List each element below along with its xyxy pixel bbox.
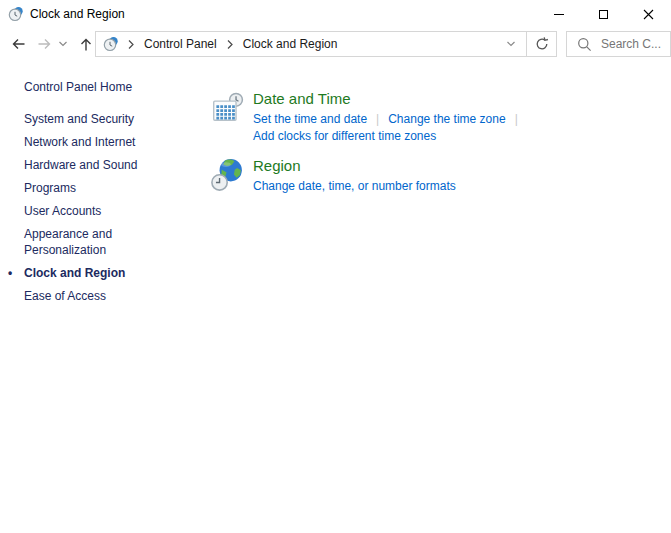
set-time-and-date-link[interactable]: Set the time and date [253, 112, 367, 126]
control-panel-window: { "window": { "title": "Clock and Region… [0, 0, 671, 533]
section-body: Region Change date, time, or number form… [253, 157, 456, 195]
chevron-down-icon [58, 40, 68, 48]
close-icon [643, 9, 654, 20]
breadcrumb-item-control-panel[interactable]: Control Panel [139, 37, 222, 51]
section-region: Region Change date, time, or number form… [210, 157, 527, 195]
title-bar: Clock and Region [0, 0, 671, 28]
section-body: Date and Time Set the time and date|Chan… [253, 90, 527, 145]
section-date-and-time: Date and Time Set the time and date|Chan… [210, 90, 527, 145]
search-icon [577, 37, 592, 52]
chevron-down-icon [506, 40, 516, 48]
back-button[interactable] [6, 32, 30, 56]
change-formats-link[interactable]: Change date, time, or number formats [253, 179, 456, 193]
sidebar-item-control-panel-home[interactable]: Control Panel Home [24, 80, 174, 94]
sidebar-item-programs[interactable]: Programs [24, 180, 166, 196]
sidebar-item-clock-and-region[interactable]: •Clock and Region [24, 265, 166, 281]
content-area: Control Panel Home System and Security N… [0, 60, 671, 311]
window-title: Clock and Region [30, 7, 536, 21]
breadcrumb-chevron-icon[interactable] [123, 39, 139, 50]
back-arrow-icon [10, 36, 27, 52]
navigation-bar: Control Panel Clock and Region [0, 28, 671, 60]
refresh-icon [534, 36, 550, 52]
sidebar-item-appearance-and-personalization[interactable]: Appearance and Personalization [24, 226, 166, 258]
minimize-button[interactable] [536, 0, 581, 28]
refresh-button[interactable] [526, 32, 556, 56]
clock-globe-icon[interactable] [103, 36, 119, 52]
active-bullet-icon: • [8, 265, 12, 281]
sidebar-item-label: Clock and Region [24, 266, 125, 280]
sidebar-item-hardware-and-sound[interactable]: Hardware and Sound [24, 157, 166, 173]
minimize-icon [554, 14, 564, 15]
breadcrumb-item-clock-and-region[interactable]: Clock and Region [238, 37, 343, 51]
change-time-zone-link[interactable]: Change the time zone [388, 112, 505, 126]
sidebar-item-network-and-internet[interactable]: Network and Internet [24, 134, 166, 150]
breadcrumb-chevron-icon[interactable] [222, 39, 238, 50]
clock-globe-icon[interactable] [8, 6, 24, 22]
region-title-link[interactable]: Region [253, 157, 456, 174]
calendar-clock-icon [210, 91, 244, 125]
task-links-row: Change date, time, or number formats [253, 178, 456, 195]
link-separator: | [376, 112, 379, 126]
sidebar-item-ease-of-access[interactable]: Ease of Access [24, 288, 166, 304]
add-clocks-link[interactable]: Add clocks for different time zones [253, 129, 436, 143]
address-dropdown-button[interactable] [496, 40, 526, 48]
task-links-row: Add clocks for different time zones [253, 128, 527, 145]
search-box[interactable] [566, 31, 671, 57]
task-links-row: Set the time and date|Change the time zo… [253, 111, 527, 128]
up-arrow-icon [78, 36, 94, 53]
globe-clock-icon [210, 158, 244, 192]
forward-button[interactable] [32, 32, 56, 56]
close-button[interactable] [626, 0, 671, 28]
window-controls [536, 0, 671, 28]
link-separator: | [515, 112, 518, 126]
sidebar: Control Panel Home System and Security N… [0, 60, 210, 311]
maximize-button[interactable] [581, 0, 626, 28]
search-input[interactable] [601, 37, 665, 51]
main-panel: Date and Time Set the time and date|Chan… [210, 60, 527, 311]
recent-pages-button[interactable] [56, 32, 70, 56]
sidebar-item-user-accounts[interactable]: User Accounts [24, 203, 166, 219]
date-and-time-title-link[interactable]: Date and Time [253, 90, 527, 107]
address-bar[interactable]: Control Panel Clock and Region [95, 31, 557, 57]
forward-arrow-icon [36, 36, 53, 52]
maximize-icon [599, 10, 608, 19]
sidebar-item-system-and-security[interactable]: System and Security [24, 111, 166, 127]
